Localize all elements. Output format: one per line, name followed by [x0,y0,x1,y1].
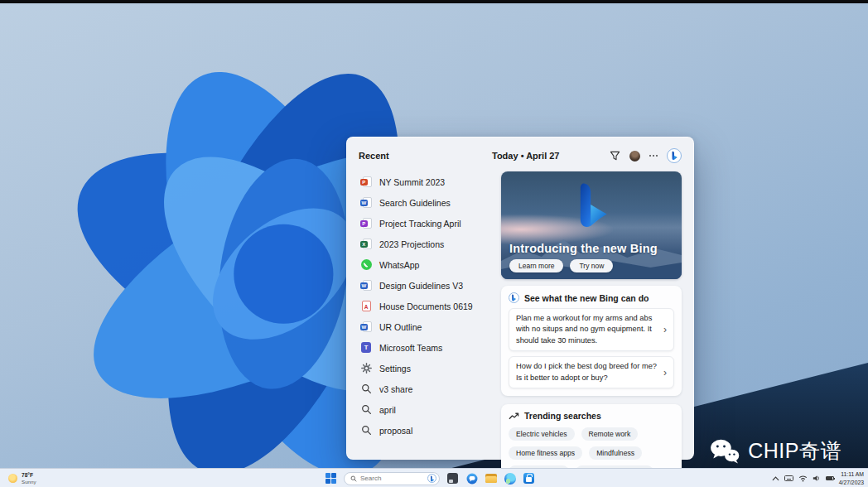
recent-item-microsoft-teams[interactable]: T Microsoft Teams [359,337,489,358]
recent-item-house-documents[interactable]: House Documents 0619 [359,296,489,316]
recent-search-proposal[interactable]: proposal [359,420,489,441]
weather-temperature: 78°F [22,472,36,479]
filter-icon[interactable] [610,151,620,162]
recent-item-search-guidelines[interactable]: W Search Guidelines [359,192,489,213]
microsoft-store-icon[interactable] [523,472,535,485]
search-icon [360,425,372,436]
bing-logo[interactable] [667,148,682,163]
taskbar-search-box[interactable] [344,472,440,485]
recent-item-whatsapp[interactable]: WhatsApp [359,254,489,275]
recent-search-april[interactable]: april [359,399,489,420]
project-file-icon: P [360,218,372,229]
powerpoint-file-icon: P [360,176,372,188]
touch-keyboard-icon[interactable] [784,475,793,481]
bing-b-logo [574,181,612,229]
weather-condition: Sunny [22,479,36,485]
word-file-icon: W [360,280,372,292]
trending-title: Trending searches [524,411,601,421]
word-file-icon: W [360,197,372,209]
date-heading: Today • April 27 [492,151,559,161]
word-file-icon: W [360,321,372,333]
watermark-text: CHIP奇谱 [748,437,841,465]
trend-chip[interactable]: Mindfulness [589,446,642,460]
search-icon [360,383,372,395]
watermark: CHIP奇谱 [709,437,841,465]
tray-clock[interactable]: 11:11 AM 4/27/2023 [839,470,864,485]
weather-sun-icon [8,474,17,483]
bing-mini-logo [509,292,519,303]
more-icon[interactable] [649,155,658,157]
learn-more-button[interactable]: Learn more [509,259,563,272]
search-icon [360,404,372,416]
try-now-button[interactable]: Try now [570,259,613,272]
top-letterbox-bar [0,0,868,3]
teams-icon: T [360,342,372,354]
start-button[interactable] [325,472,337,485]
whatsapp-icon [360,259,372,271]
battery-icon[interactable] [826,476,834,481]
clock-date: 4/27/2023 [839,479,864,486]
suggestion-workout[interactable]: Plan me a workout for my arms and abs wi… [509,308,674,351]
excel-file-icon: X [360,239,372,250]
user-avatar[interactable] [629,151,640,162]
bing-search-icon[interactable] [427,474,436,483]
desktop: Recent Today • April 27 P NY Summit 2023 [0,0,868,487]
hero-title: Introducing the new Bing [509,242,658,255]
trend-chip[interactable]: Electric vehicles [509,427,575,441]
pdf-file-icon [360,301,372,312]
widgets-button[interactable]: 78°F Sunny [6,470,39,486]
edge-icon[interactable] [504,472,516,485]
recent-item-project-tracking[interactable]: P Project Tracking April [359,213,489,234]
search-input[interactable] [360,475,424,482]
recent-item-ur-outline[interactable]: W UR Outline [359,316,489,337]
trending-icon [509,412,519,421]
panel-header: Recent Today • April 27 [359,147,682,164]
bing-cando-card: See what the new Bing can do Plan me a w… [501,286,682,396]
tray-chevron-up-icon[interactable] [772,476,779,481]
trend-chip[interactable]: Home fitness apps [509,446,582,460]
recent-item-design-guidelines[interactable]: W Design Guidelines V3 [359,275,489,296]
wifi-icon[interactable] [798,475,808,482]
volume-icon[interactable] [813,475,821,482]
bing-hero-card[interactable]: Introducing the new Bing Learn more Try … [501,171,682,279]
trend-chip[interactable]: Remote work [581,427,639,441]
suggestion-dog-breed[interactable]: How do I pick the best dog breed for me?… [509,356,674,388]
bing-column: Introducing the new Bing Learn more Try … [501,171,682,487]
search-icon [350,475,357,482]
wechat-icon [709,438,740,464]
clock-time: 11:11 AM [839,470,864,478]
recent-list: P NY Summit 2023 W Search Guidelines P P… [359,171,489,487]
gear-icon [360,363,372,374]
task-view-icon[interactable] [446,472,459,485]
recent-item-ny-summit[interactable]: P NY Summit 2023 [359,171,489,192]
chevron-right-icon: › [663,325,667,335]
recent-item-2023-projections[interactable]: X 2023 Projections [359,234,489,254]
file-explorer-icon[interactable] [485,472,497,485]
recent-heading: Recent [359,151,492,161]
recent-search-v3-share[interactable]: v3 share [359,379,489,399]
cando-title: See what the new Bing can do [524,293,649,303]
search-flyout-panel: Recent Today • April 27 P NY Summit 2023 [346,137,694,460]
chevron-right-icon: › [663,368,667,378]
taskbar: 78°F Sunny [0,468,868,487]
chat-icon[interactable] [465,472,478,485]
recent-item-settings[interactable]: Settings [359,358,489,379]
